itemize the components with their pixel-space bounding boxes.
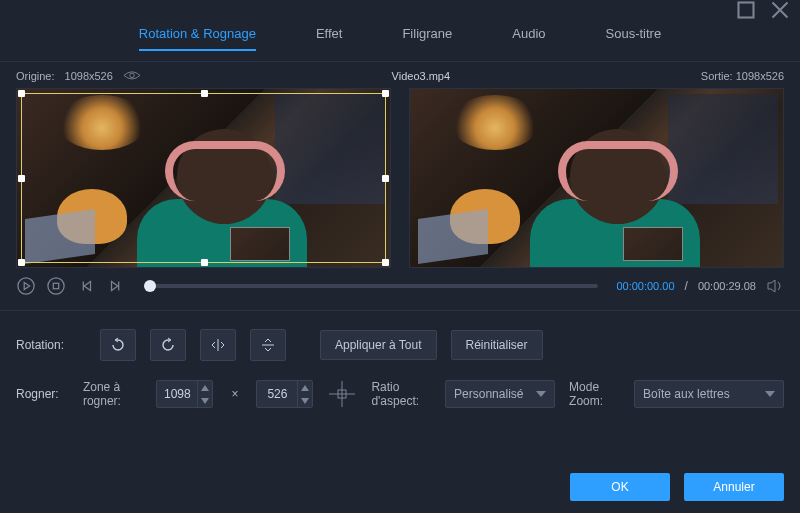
- width-down-icon[interactable]: [198, 394, 212, 407]
- time-total: 00:00:29.08: [698, 280, 756, 292]
- tab-effect[interactable]: Effet: [316, 26, 343, 51]
- crop-handle-tl[interactable]: [18, 90, 25, 97]
- aspect-ratio-select[interactable]: Personnalisé: [445, 380, 555, 408]
- crop-frame[interactable]: [21, 93, 386, 263]
- crop-height-input[interactable]: [257, 387, 297, 401]
- crop-handle-br[interactable]: [382, 259, 389, 266]
- crop-width-stepper[interactable]: [156, 380, 213, 408]
- output-dims: 1098x526: [736, 70, 784, 82]
- height-down-icon[interactable]: [298, 394, 312, 407]
- crop-label: Rogner:: [16, 387, 69, 401]
- time-current: 00:00:00.00: [616, 280, 674, 292]
- prev-frame-button[interactable]: [76, 276, 96, 296]
- flip-horizontal-button[interactable]: [200, 329, 236, 361]
- stop-button[interactable]: [46, 276, 66, 296]
- preview-toggle-icon[interactable]: [123, 70, 141, 82]
- crop-handle-tr[interactable]: [382, 90, 389, 97]
- tab-subtitle[interactable]: Sous-titre: [606, 26, 662, 51]
- crop-height-stepper[interactable]: [256, 380, 313, 408]
- playhead-handle[interactable]: [144, 280, 156, 292]
- source-preview[interactable]: [16, 88, 391, 268]
- svg-rect-4: [53, 283, 58, 288]
- ok-button[interactable]: OK: [570, 473, 670, 501]
- tab-audio[interactable]: Audio: [512, 26, 545, 51]
- svg-point-2: [18, 278, 34, 294]
- cancel-button[interactable]: Annuler: [684, 473, 784, 501]
- tab-bar: Rotation & Rognage Effet Filigrane Audio…: [0, 20, 800, 62]
- crop-position-icon[interactable]: [327, 377, 357, 411]
- crop-handle-bm[interactable]: [201, 259, 208, 266]
- crop-handle-mr[interactable]: [382, 175, 389, 182]
- timeline-slider[interactable]: [144, 284, 598, 288]
- svg-point-1: [130, 73, 134, 77]
- tab-watermark[interactable]: Filigrane: [402, 26, 452, 51]
- crop-handle-ml[interactable]: [18, 175, 25, 182]
- rotate-right-button[interactable]: [150, 329, 186, 361]
- crop-width-input[interactable]: [157, 387, 197, 401]
- zoom-mode-value: Boîte aux lettres: [643, 387, 730, 401]
- aspect-ratio-value: Personnalisé: [454, 387, 523, 401]
- crop-handle-tm[interactable]: [201, 90, 208, 97]
- crop-area-label: Zone à rogner:: [83, 380, 142, 408]
- flip-vertical-button[interactable]: [250, 329, 286, 361]
- apply-all-button[interactable]: Appliquer à Tout: [320, 330, 437, 360]
- rotation-label: Rotation:: [16, 338, 86, 352]
- origin-label: Origine:: [16, 70, 55, 82]
- output-preview: [409, 88, 784, 268]
- filename-label: Video3.mp4: [141, 70, 701, 82]
- output-label: Sortie:: [701, 70, 733, 82]
- width-up-icon[interactable]: [198, 381, 212, 394]
- crop-handle-bl[interactable]: [18, 259, 25, 266]
- origin-dims: 1098x526: [65, 70, 113, 82]
- dimension-separator: ×: [227, 387, 242, 401]
- play-button[interactable]: [16, 276, 36, 296]
- maximize-icon[interactable]: [736, 0, 756, 20]
- zoom-mode-select[interactable]: Boîte aux lettres: [634, 380, 784, 408]
- svg-point-3: [48, 278, 64, 294]
- chevron-down-icon: [765, 390, 775, 398]
- rotate-left-button[interactable]: [100, 329, 136, 361]
- svg-rect-0: [739, 3, 754, 18]
- zoom-mode-label: Mode Zoom:: [569, 380, 620, 408]
- tab-rotation-crop[interactable]: Rotation & Rognage: [139, 26, 256, 51]
- reset-button[interactable]: Réinitialiser: [451, 330, 543, 360]
- volume-icon[interactable]: [766, 277, 784, 295]
- chevron-down-icon: [536, 390, 546, 398]
- height-up-icon[interactable]: [298, 381, 312, 394]
- next-frame-button[interactable]: [106, 276, 126, 296]
- aspect-ratio-label: Ratio d'aspect:: [371, 380, 431, 408]
- close-icon[interactable]: [770, 0, 790, 20]
